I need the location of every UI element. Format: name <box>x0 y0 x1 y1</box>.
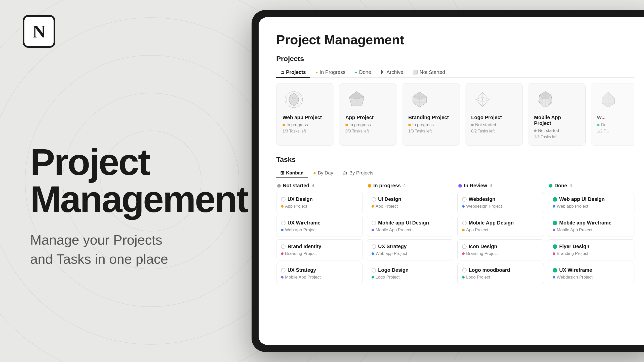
kanban-col-in-review: In Review 4 Webdesign Webdesi <box>457 183 544 287</box>
task-project-dot <box>553 205 555 208</box>
task-check-circle <box>281 244 286 249</box>
project-card-extra[interactable]: W... Do... 1/2 T... <box>591 83 634 146</box>
kanban-tabs: ⊞ Kanban ● By Day 🗂 By Projects <box>276 168 634 178</box>
task-project-name: Web app Project <box>285 228 316 233</box>
hero-title: Project Management <box>30 144 247 218</box>
card-status-extra: Do... <box>601 122 610 127</box>
project-cards: Web app Project In progress 1/3 Tasks le… <box>276 83 634 146</box>
kanban-tab-byprojects[interactable]: 🗂 By Projects <box>339 168 377 178</box>
archive-tab-icon: 🗄 <box>381 70 385 75</box>
tab-projects[interactable]: 🗂 Projects <box>276 67 310 78</box>
byday-icon: ● <box>313 170 316 176</box>
task-project-name: Branding Project <box>285 251 317 256</box>
not-started-tab-icon: ⬜ <box>413 70 418 75</box>
status-dot-app <box>345 124 348 126</box>
task-card-icon-design[interactable]: Icon Design Branding Project <box>457 239 544 260</box>
task-project-dot <box>281 276 284 279</box>
project-card-mobile[interactable]: Mobile App Project Not started 1/3 Tasks… <box>528 83 586 146</box>
task-check-circle <box>281 197 286 202</box>
task-project-name: Mobile App Project <box>376 228 411 233</box>
task-project-name: Branding Project <box>466 251 498 256</box>
task-check-circle <box>462 244 467 249</box>
col-title-in-review: In Review <box>464 183 487 189</box>
task-project-dot <box>553 229 555 231</box>
task-project-name: App Project <box>466 228 488 233</box>
task-project-dot <box>462 252 465 255</box>
card-status-app: In progress <box>349 122 371 127</box>
task-project-name: Webdesign Project <box>466 204 502 209</box>
status-dot-mobile <box>534 129 537 132</box>
task-check-circle <box>553 197 557 202</box>
col-title-done: Done <box>554 183 567 189</box>
projects-tabs: 🗂 Projects ● In Progress ● Done 🗄 Archiv… <box>276 67 634 78</box>
task-card-logo-design[interactable]: Logo Design Logo Project <box>367 263 453 284</box>
task-project-dot <box>281 229 284 231</box>
task-check-circle <box>553 244 557 249</box>
task-card-ux-strategy-ip[interactable]: UX Strategy Web app Project <box>367 239 453 260</box>
project-card-branding[interactable]: Branding Project In progress 1/3 Tasks l… <box>402 83 460 146</box>
tab-archive[interactable]: 🗄 Archive <box>377 67 407 78</box>
kanban-tab-byday[interactable]: ● By Day <box>309 168 337 178</box>
task-title-text: UX Strategy <box>288 267 316 273</box>
task-card-ux-design[interactable]: UX Design App Project <box>276 192 363 213</box>
task-card-mobile-wireframe[interactable]: Mobile app Wireframe Mobile App Project <box>548 216 634 237</box>
in-progress-tab-icon: ● <box>315 70 318 75</box>
card-status-logo: Not started <box>475 122 496 127</box>
tablet-mockup: Project Management Projects 🗂 Projects ●… <box>252 10 644 352</box>
tasks-section-title: Tasks <box>276 156 634 164</box>
kanban-icon: ⊞ <box>280 170 284 176</box>
card-tasks-app: 0/3 Tasks left <box>345 129 391 133</box>
tab-done[interactable]: ● Done <box>351 67 375 78</box>
card-tasks-mobile: 1/3 Tasks left <box>534 135 579 139</box>
col-count-in-progress: 4 <box>403 183 406 188</box>
svg-point-16 <box>476 99 477 100</box>
task-title-text: Webdesign <box>469 196 495 202</box>
task-card-logo-moodboard[interactable]: Logo moodboard Logo Project <box>457 263 544 284</box>
task-project-dot <box>462 205 465 208</box>
task-check-circle <box>553 268 557 273</box>
projects-section-title: Projects <box>276 55 634 63</box>
kanban-tab-kanban[interactable]: ⊞ Kanban <box>276 168 308 178</box>
svg-point-14 <box>488 99 490 100</box>
projects-tab-icon: 🗂 <box>280 70 284 75</box>
project-card-app[interactable]: App Project In progress 0/3 Tasks left <box>339 83 397 146</box>
task-project-dot <box>462 229 465 231</box>
task-card-mobile-app-design[interactable]: Mobile App Design App Project <box>457 216 544 237</box>
tab-in-progress[interactable]: ● In Progress <box>311 67 349 78</box>
task-project-name: App Project <box>285 204 307 209</box>
card-status-branding: In progress <box>412 122 434 127</box>
task-check-circle <box>281 268 286 273</box>
project-card-webapp[interactable]: Web app Project In progress 1/3 Tasks le… <box>276 83 334 146</box>
col-dot-done <box>549 184 552 188</box>
task-card-ux-wireframe[interactable]: UX Wireframe Web app Project <box>276 216 363 237</box>
task-title-text: Flyer Design <box>559 244 589 249</box>
task-project-name: Web app Project <box>376 251 407 256</box>
task-project-name: Webdesign Project <box>557 275 592 280</box>
task-card-mobile-app-ui[interactable]: Mobile app UI Design Mobile App Project <box>367 216 453 237</box>
task-check-circle <box>553 221 557 225</box>
task-card-ui-design[interactable]: UI Design App Project <box>367 192 453 213</box>
task-project-dot <box>553 276 555 279</box>
status-dot-webapp <box>283 124 285 126</box>
task-card-ux-wireframe-done[interactable]: UX Wireframe Webdesign Project <box>548 263 634 284</box>
task-check-circle <box>462 197 467 202</box>
task-title-text: UX Wireframe <box>559 267 592 273</box>
task-card-ux-strategy-ns[interactable]: UX Strategy Mobile App Project <box>276 263 363 284</box>
card-name-mobile: Mobile App Project <box>534 115 579 126</box>
task-card-webapp-ui-design[interactable]: Web app UI Design Web app Project <box>548 192 634 213</box>
svg-point-12 <box>482 99 483 100</box>
card-name-extra: W... <box>597 115 634 120</box>
task-title-text: Mobile app UI Design <box>378 220 429 226</box>
task-project-dot <box>372 252 374 255</box>
status-dot-extra <box>597 124 599 126</box>
card-name-branding: Branding Project <box>408 115 454 120</box>
project-card-logo[interactable]: Logo Project Not started 0/2 Tasks left <box>465 83 523 146</box>
task-project-dot <box>372 229 374 231</box>
svg-point-15 <box>482 106 483 107</box>
task-title-text: UI Design <box>378 196 401 202</box>
task-card-flyer-design[interactable]: Flyer Design Branding Project <box>548 239 634 260</box>
task-card-webdesign[interactable]: Webdesign Webdesign Project <box>457 192 544 213</box>
card-tasks-extra: 1/2 T... <box>597 129 634 133</box>
task-card-brand-identity[interactable]: Brand Identity Branding Project <box>276 239 363 260</box>
tab-not-started[interactable]: ⬜ Not Started <box>409 67 449 78</box>
